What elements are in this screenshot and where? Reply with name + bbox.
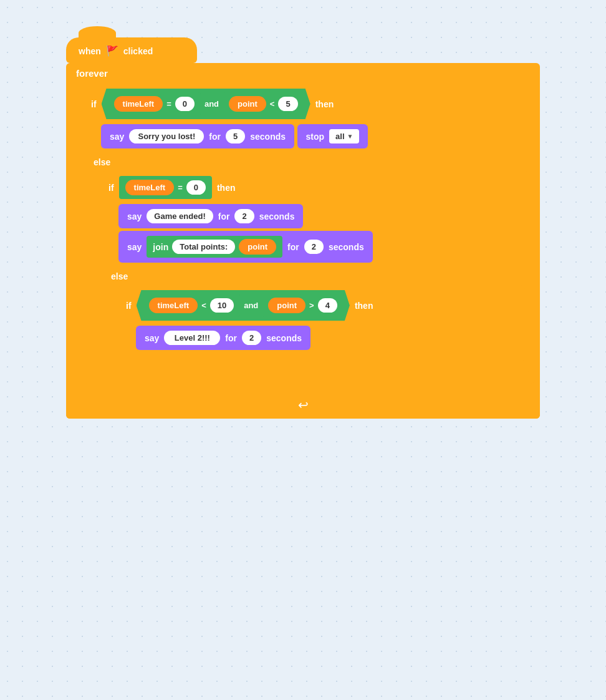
if2-join-text[interactable]: Total points: — [172, 240, 235, 254]
hat-block[interactable]: when 🚩 clicked — [66, 37, 197, 63]
if2-say2-secs[interactable]: 2 — [304, 240, 324, 254]
if1-op2: < — [270, 99, 275, 109]
if-block-1: if timeLeft = 0 and point < 5 — [84, 84, 535, 384]
if3-for-label: for — [225, 333, 237, 343]
forever-body: if timeLeft = 0 and point < 5 — [84, 84, 535, 391]
if2-seconds-label: seconds — [259, 211, 295, 221]
if1-say-secs[interactable]: 5 — [226, 129, 245, 143]
if2-then: then — [217, 183, 236, 193]
else1-body: if timeLeft = 0 then say — [101, 171, 530, 377]
if1-val2[interactable]: 5 — [278, 97, 297, 111]
if2-say2-label: say — [127, 242, 142, 252]
forever-header: forever — [66, 63, 540, 84]
if2-body: say Game ended! for 2 seconds say join — [118, 204, 525, 268]
if3-header: if timeLeft < 10 and — [118, 285, 525, 326]
if2-op1: = — [178, 183, 183, 192]
if1-condition[interactable]: timeLeft = 0 and point < 5 — [102, 89, 310, 119]
if-block-2: if timeLeft = 0 then say — [101, 171, 530, 372]
if1-seconds-label: seconds — [250, 132, 286, 142]
clicked-label: clicked — [123, 46, 153, 56]
if1-sub-condition2[interactable]: point < 5 — [223, 92, 304, 115]
if1-var1[interactable]: timeLeft — [114, 96, 163, 112]
scratch-workspace: when 🚩 clicked forever if timeLeft = 0 — [66, 37, 540, 419]
if3-sub-cond1[interactable]: timeLeft < 10 — [143, 294, 241, 317]
if1-body: say Sorry you lost! for 5 seconds stop a… — [101, 124, 530, 153]
forever-footer: ↩ — [66, 391, 540, 419]
when-label: when — [79, 46, 101, 56]
if1-stop-block[interactable]: stop all ▼ — [297, 124, 368, 148]
if1-stop-label: stop — [306, 132, 325, 142]
if2-join-var[interactable]: point — [239, 239, 276, 255]
if3-op1: < — [201, 301, 206, 310]
if3-val1[interactable]: 10 — [210, 298, 234, 313]
if2-header: if timeLeft = 0 then — [101, 171, 530, 204]
if1-say-text[interactable]: Sorry you lost! — [129, 129, 204, 143]
if3-sub-cond2[interactable]: point > 4 — [262, 294, 344, 317]
if1-op1: = — [166, 99, 171, 109]
if2-say-block2[interactable]: say join Total points: point for 2 secon… — [118, 231, 373, 263]
if3-seconds-label: seconds — [266, 333, 302, 343]
if2-seconds2-label: seconds — [329, 242, 364, 252]
if1-stop-option[interactable]: all ▼ — [329, 129, 359, 143]
if1-footer — [84, 377, 535, 384]
if3-and: and — [244, 301, 258, 310]
if2-for2-label: for — [287, 242, 299, 252]
if-block-3: if timeLeft < 10 and — [118, 285, 525, 361]
loop-arrow-icon: ↩ — [298, 397, 309, 412]
if1-and: and — [204, 99, 219, 109]
if1-then: then — [315, 99, 334, 109]
if3-op2: > — [309, 301, 314, 310]
if3-val2[interactable]: 4 — [318, 298, 337, 313]
stop-dropdown-arrow: ▼ — [347, 133, 354, 140]
if1-var2[interactable]: point — [229, 96, 266, 112]
if2-val1[interactable]: 0 — [186, 180, 206, 195]
if3-say-label: say — [145, 333, 159, 343]
if1-say-block[interactable]: say Sorry you lost! for 5 seconds — [101, 124, 294, 148]
if2-join-label: join — [153, 242, 168, 252]
if2-var1[interactable]: timeLeft — [125, 180, 175, 195]
if2-say-label: say — [127, 211, 142, 221]
if3-say-block[interactable]: say Level 2!!! for 2 seconds — [136, 326, 310, 350]
if3-say-secs[interactable]: 2 — [242, 331, 261, 345]
else2-label: else — [101, 268, 530, 285]
if1-say-label: say — [110, 132, 124, 142]
if2-say-secs[interactable]: 2 — [234, 209, 254, 223]
forever-label: forever — [76, 68, 108, 79]
if3-condition[interactable]: timeLeft < 10 and point > 4 — [137, 290, 350, 321]
else2-body: if timeLeft < 10 and — [118, 285, 525, 366]
if1-sub-condition1[interactable]: timeLeft = 0 — [108, 92, 201, 115]
flag-icon: 🚩 — [106, 45, 118, 57]
if3-var2[interactable]: point — [268, 298, 305, 313]
if3-footer — [118, 355, 525, 361]
if2-say-block1[interactable]: say Game ended! for 2 seconds — [118, 204, 303, 228]
if2-join-block[interactable]: join Total points: point — [147, 236, 282, 258]
else1-label: else — [84, 153, 535, 171]
if2-if-label: if — [108, 183, 114, 193]
if3-if-label: if — [126, 301, 132, 311]
if3-var1[interactable]: timeLeft — [149, 298, 198, 313]
if1-for-label: for — [209, 132, 221, 142]
if1-header: if timeLeft = 0 and point < 5 — [84, 84, 535, 124]
if2-condition[interactable]: timeLeft = 0 — [119, 176, 212, 199]
if1-if-label: if — [91, 99, 97, 109]
if2-footer — [101, 366, 530, 372]
if2-say-text[interactable]: Game ended! — [147, 209, 213, 223]
if1-val1[interactable]: 0 — [175, 97, 195, 111]
if3-say-text[interactable]: Level 2!!! — [164, 331, 220, 345]
if2-for-label: for — [218, 211, 230, 221]
forever-block: forever if timeLeft = 0 and — [66, 63, 540, 419]
if3-then: then — [355, 301, 373, 311]
if3-body: say Level 2!!! for 2 seconds — [136, 326, 520, 355]
